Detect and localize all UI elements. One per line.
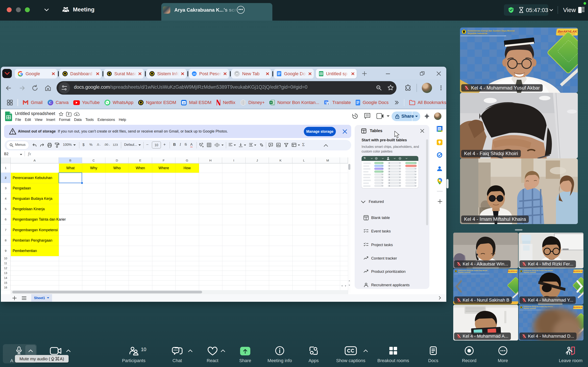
svg-text:20: 20	[182, 102, 185, 104]
svg-text:a: a	[328, 102, 329, 105]
svg-text:31: 31	[438, 128, 441, 131]
svg-text:X: X	[270, 101, 272, 104]
svg-text:zm: zm	[193, 73, 196, 75]
svg-text:C: C	[49, 101, 52, 105]
